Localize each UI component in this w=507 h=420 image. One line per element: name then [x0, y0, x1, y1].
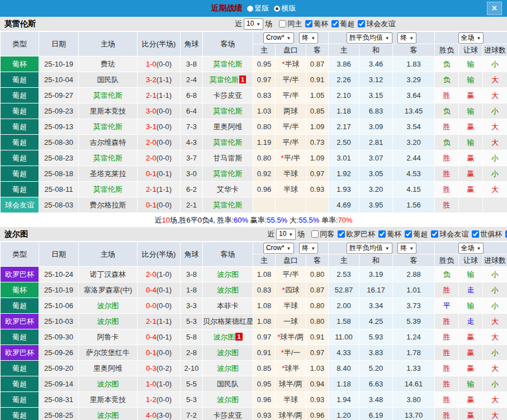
avg-draw-odds: 6.83: [359, 103, 393, 119]
checkbox-icon[interactable]: [431, 230, 438, 238]
odds-away: 0.96: [306, 408, 329, 420]
recent-count-select[interactable]: 10▼: [244, 18, 263, 30]
recent-count-select[interactable]: 10▼: [276, 229, 296, 240]
crow-select[interactable]: Crow*▼: [263, 243, 294, 254]
result-handicap: 输: [459, 56, 483, 72]
checkbox-icon[interactable]: [338, 230, 345, 238]
home-team: 费尔格拉斯: [79, 197, 138, 213]
avg-home-odds: 1.20: [329, 408, 359, 420]
avg-away-odds: 3.29: [393, 72, 435, 88]
score-halftime: 3-2(1-1): [138, 72, 181, 88]
layout-radio-horizontal[interactable]: 横版: [274, 3, 296, 13]
home-team: 圣塔克莱拉: [79, 166, 138, 182]
subcol-avg-draw: 和: [359, 44, 393, 56]
summary-segment: 10: [162, 216, 169, 224]
competition-type: 葡杯: [1, 282, 39, 298]
table-row: 欧罗巴杯 25-09-26 萨尔茨堡红牛 0-1(0-0) 2-8 波尔图 0.…: [1, 345, 507, 361]
odds-handicap: 两球: [276, 103, 306, 119]
competition-type: 葡超: [1, 361, 39, 376]
avg-home-odds: 1.93: [329, 182, 359, 197]
odds-away: 0.94: [306, 376, 329, 392]
filter-label: 欧罗巴杯: [346, 229, 375, 239]
radio-icon[interactable]: [247, 6, 253, 12]
checkbox-icon[interactable]: [405, 230, 412, 238]
corners: 7-2: [181, 408, 203, 420]
avg-select[interactable]: 胜平负均值▼: [347, 243, 392, 254]
filter-checkbox[interactable]: 世俱杯: [470, 229, 502, 239]
crow-select[interactable]: Crow*▼: [263, 32, 294, 44]
corners: 5-3: [181, 392, 203, 408]
filter-checkbox[interactable]: 葡超: [329, 19, 354, 29]
filter-checkbox[interactable]: 同主: [273, 19, 302, 29]
summary-segment: 大:: [287, 216, 298, 224]
table-row: 葡超 25-09-30 阿鲁卡 0-4(0-1) 5-8 波尔图1 0.97 *…: [1, 329, 507, 345]
filter-checkbox[interactable]: 球会友谊: [356, 19, 395, 29]
filter-checkbox[interactable]: 欧罗巴杯: [335, 229, 375, 239]
odds-home: 0.97: [253, 72, 276, 88]
checkbox-icon[interactable]: [311, 230, 319, 238]
score-halftime: 0-1(0-0): [138, 197, 181, 213]
subcol-goals: 进球数: [483, 44, 507, 56]
corners: 4-3: [181, 135, 203, 150]
result-handicap: 输: [459, 135, 483, 150]
filter-checkbox[interactable]: 葡联杯: [503, 229, 507, 239]
corners: 2-8: [181, 345, 203, 361]
layout-radio-vertical[interactable]: 竖版: [247, 3, 269, 13]
competition-type: 葡超: [1, 135, 39, 150]
filter-checkbox[interactable]: 葡杯: [303, 19, 328, 29]
checkbox-icon[interactable]: [279, 20, 286, 27]
away-team: 卡莎皮亚: [203, 408, 253, 420]
table-row: 葡超 25-10-06 波尔图 0-0(0-0) 3-3 本菲卡 1.08 半球…: [1, 298, 507, 314]
checkbox-icon[interactable]: [305, 20, 312, 27]
filter-checkbox[interactable]: 葡超: [402, 229, 428, 239]
match-date: 25-09-26: [39, 345, 79, 361]
odds-away: 0.87: [306, 282, 329, 298]
radio-label: 竖版: [255, 3, 269, 13]
checkbox-icon[interactable]: [472, 230, 479, 238]
filter-checkbox[interactable]: 球会友谊: [429, 229, 468, 239]
final-select[interactable]: 终▼: [299, 32, 318, 44]
competition-type: 球会友谊: [1, 197, 39, 213]
chevron-down-icon: ▼: [385, 246, 390, 251]
col-score: 比分(半场): [138, 242, 181, 267]
odds-home: 0.85: [253, 361, 276, 376]
final-select[interactable]: 终▼: [397, 32, 416, 44]
avg-home-odds: 1.18: [329, 103, 359, 119]
result-outcome: 胜: [435, 376, 459, 392]
final-select[interactable]: 终▼: [397, 243, 416, 254]
fullmatch-select[interactable]: 全场▼: [458, 32, 484, 44]
match-date: 25-10-04: [39, 72, 79, 88]
chevron-down-icon: ▼: [477, 246, 481, 251]
table-row: 欧罗巴杯 25-10-24 诺丁汉森林 2-0(1-0) 3-8 波尔图 1.0…: [1, 267, 507, 282]
avg-home-odds: 3.86: [329, 56, 359, 72]
result-handicap: 输: [459, 267, 483, 282]
section-header-away-team: 波尔图 近 10▼ 场 同客欧罗巴杯葡杯葡超球会友谊世俱杯葡联杯: [0, 227, 507, 242]
odds-away: 0.80: [306, 298, 329, 314]
checkbox-icon[interactable]: [331, 20, 339, 27]
subcol-odds-away: 客: [306, 44, 329, 56]
result-handicap: 走: [459, 314, 483, 329]
final-select[interactable]: 终▼: [299, 243, 318, 254]
checkbox-icon[interactable]: [378, 230, 386, 238]
home-team: 国民队: [79, 72, 138, 88]
odds-away: 0.80: [306, 267, 329, 282]
table-row: 葡杯 25-10-19 费珐 1-0(0-0) 3-8 莫雷伦斯 0.95 *半…: [1, 56, 507, 72]
fullmatch-select[interactable]: 全场▼: [458, 243, 484, 254]
score-halftime: 0-1(0-0): [138, 345, 181, 361]
avg-away-odds: 5.39: [393, 314, 435, 329]
home-team: 里斯本竞技: [79, 392, 138, 408]
close-icon[interactable]: ×: [487, 2, 502, 15]
filter-checkbox[interactable]: 同客: [306, 229, 334, 239]
filter-checkbox[interactable]: 葡杯: [376, 229, 401, 239]
table-row: 葡超 25-08-11 莫雷伦斯 2-1(1-1) 6-2 艾华卡 0.96 半…: [1, 182, 507, 197]
subcol-handicap: 盘口: [276, 254, 306, 267]
match-date: 25-10-03: [39, 314, 79, 329]
result-goals: 小: [483, 56, 507, 72]
competition-type: 欧罗巴杯: [1, 267, 39, 282]
avg-select[interactable]: 胜平负均值▼: [347, 32, 392, 44]
result-handicap: 输: [459, 298, 483, 314]
away-team: 波尔图: [203, 267, 253, 282]
checkbox-icon[interactable]: [358, 20, 365, 27]
radio-checked-icon[interactable]: [274, 6, 280, 12]
avg-draw-odds: 3.48: [359, 392, 393, 408]
